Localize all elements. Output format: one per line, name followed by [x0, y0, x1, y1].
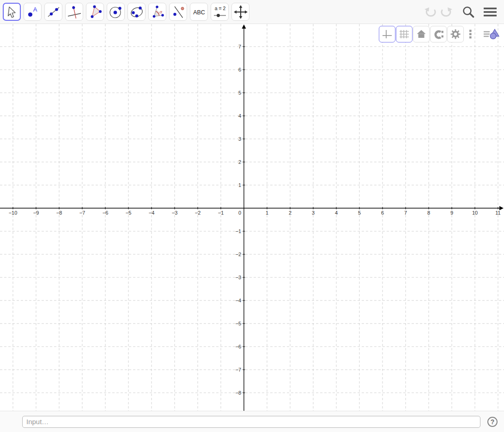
angle-tool-button[interactable]: α	[148, 3, 166, 21]
perpendicular-line-tool-button[interactable]	[65, 3, 83, 21]
redo-button[interactable]	[439, 5, 453, 19]
magnet-icon	[433, 29, 444, 40]
slider-icon: a = 2	[213, 5, 227, 19]
angle-icon: α	[150, 5, 165, 19]
polygon-tool-button[interactable]	[86, 3, 104, 21]
help-question-mark-icon: ?	[491, 419, 495, 425]
svg-text:1: 1	[266, 210, 268, 216]
input-bar: ?	[0, 411, 504, 432]
main-menu-button[interactable]	[483, 6, 498, 18]
svg-text:4: 4	[335, 210, 338, 216]
reflect-tool-button[interactable]	[169, 3, 187, 21]
slider-value-label: a = 2	[214, 5, 225, 11]
slider-tool-button[interactable]: a = 2	[211, 3, 229, 21]
graphics-view[interactable]: −10−9−8−7−6−5−4−3−2−11234567891011765432…	[0, 24, 504, 411]
point-icon: A	[25, 5, 40, 19]
help-button[interactable]: ?	[487, 417, 498, 427]
svg-text:6: 6	[238, 67, 241, 72]
svg-text:3: 3	[238, 136, 241, 142]
point-label: A	[33, 6, 37, 12]
svg-text:−1: −1	[235, 228, 241, 234]
reflect-about-line-icon	[171, 5, 186, 19]
kebab-menu-icon	[465, 28, 476, 40]
point-tool-button[interactable]: A	[24, 3, 42, 21]
svg-text:−8: −8	[235, 390, 241, 396]
hamburger-menu-icon	[483, 6, 498, 18]
home-button[interactable]	[413, 26, 430, 42]
svg-text:11: 11	[495, 210, 500, 216]
svg-text:4: 4	[238, 113, 241, 119]
svg-text:−6: −6	[235, 344, 241, 349]
svg-text:5: 5	[238, 90, 241, 96]
svg-text:7: 7	[238, 44, 241, 49]
undo-icon	[424, 5, 437, 19]
svg-text:−7: −7	[235, 367, 241, 372]
grid-icon	[399, 29, 410, 40]
ellipse-icon	[129, 5, 144, 19]
undo-button[interactable]	[424, 5, 437, 19]
move-cursor-icon	[5, 5, 19, 19]
svg-text:8: 8	[427, 210, 430, 216]
home-icon	[416, 29, 427, 40]
circle-icon	[109, 5, 123, 19]
move-view-tool-button[interactable]	[231, 3, 249, 21]
svg-text:−5: −5	[235, 321, 241, 326]
search-icon	[461, 5, 475, 19]
algebra-input-field[interactable]	[22, 416, 480, 428]
main-toolbar: A	[0, 0, 504, 24]
svg-text:−4: −4	[149, 210, 155, 216]
svg-text:1: 1	[238, 182, 241, 188]
grid-toggle-button[interactable]	[396, 26, 413, 42]
magnet-snap-button[interactable]	[430, 26, 447, 42]
polygon-icon	[88, 5, 103, 19]
svg-text:−3: −3	[235, 275, 241, 280]
svg-text:−8: −8	[56, 210, 62, 216]
graphics-view-toolbar	[378, 26, 501, 42]
svg-text:5: 5	[358, 210, 361, 216]
alpha-label: α	[159, 9, 162, 14]
svg-text:−5: −5	[126, 210, 132, 216]
text-tool-button[interactable]: ABC	[190, 3, 208, 21]
svg-text:7: 7	[404, 210, 407, 216]
abc-label: ABC	[193, 9, 205, 15]
move-graphics-view-icon	[233, 5, 248, 19]
svg-text:3: 3	[312, 210, 315, 216]
gear-icon	[450, 29, 461, 40]
perpendicular-line-icon	[67, 5, 82, 19]
svg-text:9: 9	[450, 210, 453, 216]
search-button[interactable]	[461, 5, 475, 19]
svg-text:−1: −1	[218, 210, 224, 216]
settings-button[interactable]	[447, 26, 464, 42]
axes-toggle-button[interactable]	[379, 26, 395, 42]
stylebar-toggle-button[interactable]	[482, 26, 501, 42]
coordinate-plane[interactable]: −10−9−8−7−6−5−4−3−2−11234567891011765432…	[0, 24, 504, 411]
svg-text:−6: −6	[103, 210, 109, 216]
more-options-button[interactable]	[464, 26, 476, 42]
svg-text:−2: −2	[235, 252, 241, 257]
line-tool-button[interactable]	[44, 3, 62, 21]
circle-tool-button[interactable]	[107, 3, 125, 21]
svg-text:−9: −9	[33, 210, 39, 216]
axes-icon	[382, 29, 393, 40]
svg-text:−4: −4	[235, 298, 241, 303]
geogebra-app: A	[0, 0, 504, 432]
svg-text:−10: −10	[9, 210, 18, 216]
svg-text:−2: −2	[195, 210, 201, 216]
line-icon	[46, 5, 61, 19]
move-tool-button[interactable]	[3, 3, 21, 21]
svg-text:2: 2	[238, 159, 241, 165]
svg-text:2: 2	[289, 210, 291, 216]
svg-text:0: 0	[238, 210, 241, 216]
text-abc-icon: ABC	[191, 5, 207, 19]
svg-text:10: 10	[472, 210, 478, 216]
svg-text:−7: −7	[79, 210, 85, 216]
style-bar-icon	[483, 28, 500, 40]
redo-icon	[439, 5, 453, 19]
svg-text:−3: −3	[172, 210, 178, 216]
ellipse-tool-button[interactable]	[128, 3, 146, 21]
svg-text:6: 6	[381, 210, 384, 216]
